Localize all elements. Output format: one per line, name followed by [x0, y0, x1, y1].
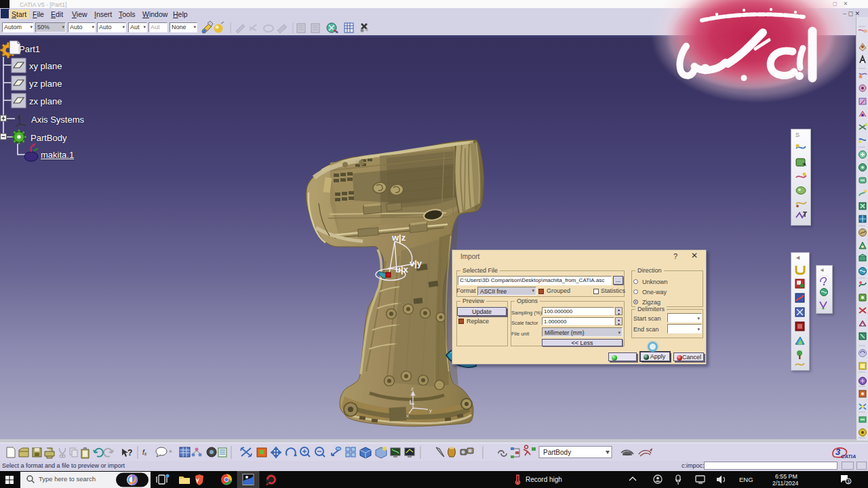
svg-text:y: y [429, 407, 432, 413]
svg-text:z: z [411, 386, 414, 392]
svg-text:3: 3 [847, 479, 850, 484]
svg-text:Record high: Record high [526, 476, 562, 483]
svg-text:S: S [795, 131, 800, 138]
svg-text:ENG: ENG [739, 476, 753, 483]
svg-text:2/11/2024: 2/11/2024 [772, 480, 799, 487]
svg-text:w|z: w|z [391, 232, 406, 243]
svg-text:PartBody: PartBody [543, 449, 571, 456]
svg-text:6:55 PM: 6:55 PM [775, 473, 797, 480]
svg-text:u|x: u|x [395, 264, 409, 274]
svg-text:CATIA: CATIA [841, 453, 856, 460]
svg-text:?: ? [127, 448, 132, 458]
svg-text:v|y: v|y [410, 258, 422, 268]
svg-text:◄: ◄ [819, 267, 825, 273]
svg-text:º: º [170, 449, 172, 455]
svg-text:x: x [406, 413, 409, 419]
svg-text:◄: ◄ [795, 254, 801, 261]
svg-text:Type here to search: Type here to search [39, 475, 96, 483]
svg-text:3: 3 [835, 447, 841, 457]
svg-text:fₓ: fₓ [142, 449, 147, 456]
